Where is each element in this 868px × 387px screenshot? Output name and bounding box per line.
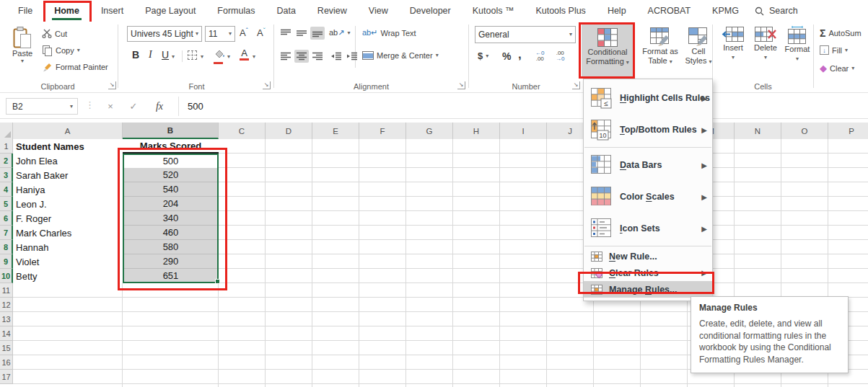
percent-button[interactable]: % <box>502 50 511 62</box>
row-header[interactable]: 15 <box>0 341 13 355</box>
cell-b8[interactable]: 580 <box>123 240 219 254</box>
cell-b10[interactable]: 651 <box>123 269 219 283</box>
row-header[interactable]: 9 <box>0 254 13 269</box>
menu-item-clear-rules[interactable]: Clear Rules ▶ <box>584 264 712 281</box>
cell-a2[interactable]: John Elea <box>13 154 123 168</box>
clipboard-dialog-launcher[interactable]: ↘ <box>108 81 116 89</box>
row-header[interactable]: 6 <box>0 211 13 226</box>
borders-button[interactable] <box>188 50 197 60</box>
cell-b3[interactable]: 520 <box>123 168 219 182</box>
row-header[interactable]: 2 <box>0 154 13 168</box>
grow-font-button[interactable]: Aˆ <box>240 27 248 38</box>
paste-button[interactable]: Paste ▾ <box>6 26 39 64</box>
tab-kutools-plus[interactable]: Kutools Plus <box>525 0 596 22</box>
enter-button[interactable]: ✓ <box>124 98 143 115</box>
cell-a10[interactable]: Betty <box>13 269 123 283</box>
cell-b5[interactable]: 204 <box>123 197 219 211</box>
cell-b4[interactable]: 540 <box>123 182 219 197</box>
fill-color-caret-icon[interactable]: ▾ <box>227 54 230 60</box>
alignment-dialog-launcher[interactable]: ↘ <box>457 81 465 89</box>
tab-kutools[interactable]: Kutools ™ <box>462 0 525 22</box>
cell-b9[interactable]: 290 <box>123 254 219 269</box>
italic-button[interactable]: I <box>149 49 152 61</box>
cut-button[interactable]: Cut <box>42 29 67 38</box>
cancel-button[interactable]: × <box>101 98 120 115</box>
row-header[interactable]: 16 <box>0 355 13 370</box>
font-size-combobox[interactable]: 11 ▾ <box>205 26 235 42</box>
cell-a7[interactable]: Mark Charles <box>13 226 123 240</box>
tab-review[interactable]: Review <box>307 0 358 22</box>
row-header[interactable]: 1 <box>0 139 13 154</box>
menu-item-highlight-cells-rules[interactable]: ≤ Highlight Cells Rules ▶ <box>584 82 712 114</box>
row-header[interactable]: 8 <box>0 240 13 254</box>
font-color-button[interactable]: A <box>240 48 249 61</box>
cell-a6[interactable]: F. Roger <box>13 211 123 226</box>
increase-indent-button[interactable] <box>345 50 359 63</box>
decrease-decimal-button[interactable]: .00 →0 <box>556 50 564 62</box>
currency-button[interactable]: $ ▾ <box>478 50 488 61</box>
col-header-d[interactable]: D <box>266 123 312 139</box>
align-top-button[interactable] <box>279 27 293 40</box>
col-header-p[interactable]: P <box>828 123 868 139</box>
formula-bar-grip[interactable]: ⋮ <box>85 99 95 110</box>
font-dialog-launcher[interactable]: ↘ <box>263 81 271 89</box>
copy-button[interactable]: Copy ▾ <box>42 45 80 56</box>
tab-developer[interactable]: Developer <box>399 0 462 22</box>
row-header[interactable]: 3 <box>0 168 13 182</box>
underline-button[interactable]: U <box>162 49 169 61</box>
tab-view[interactable]: View <box>358 0 399 22</box>
col-header-f[interactable]: F <box>359 123 406 139</box>
row-header[interactable]: 14 <box>0 326 13 341</box>
tab-page-layout[interactable]: Page Layout <box>134 0 206 22</box>
row-header[interactable]: 12 <box>0 298 13 312</box>
col-header-e[interactable]: E <box>312 123 359 139</box>
align-left-button[interactable] <box>279 50 293 63</box>
row-header[interactable]: 11 <box>0 283 13 298</box>
format-cells-button[interactable]: Format ▾ <box>782 26 812 62</box>
col-header-g[interactable]: G <box>406 123 453 139</box>
delete-cells-button[interactable]: Delete ▾ <box>750 26 781 61</box>
decrease-indent-button[interactable] <box>329 50 343 63</box>
row-header[interactable]: 10 <box>0 269 13 283</box>
row-header[interactable]: 13 <box>0 312 13 326</box>
col-header-h[interactable]: H <box>453 123 500 139</box>
tab-kpmg[interactable]: KPMG <box>701 0 750 22</box>
align-right-button[interactable] <box>310 50 325 63</box>
align-center-button[interactable] <box>294 50 309 63</box>
col-header-a[interactable]: A <box>13 123 123 139</box>
number-format-combobox[interactable]: General ▾ <box>475 26 576 43</box>
col-header-n[interactable]: N <box>735 123 781 139</box>
tab-insert[interactable]: Insert <box>90 0 134 22</box>
format-as-table-button[interactable]: Format as Table ▾ <box>638 25 683 66</box>
fill-button[interactable]: ↓ Fill ▾ <box>820 45 848 55</box>
font-name-combobox[interactable]: Univers 45 Light ▾ <box>127 26 202 42</box>
name-box[interactable]: B2 ▾ <box>6 98 78 115</box>
menu-item-manage-rules[interactable]: Manage Rules... <box>584 281 712 298</box>
menu-item-new-rule[interactable]: New Rule... <box>584 248 712 264</box>
tab-help[interactable]: Help <box>597 0 637 22</box>
formula-input[interactable]: 500 <box>188 94 203 119</box>
bold-button[interactable]: B <box>132 49 139 61</box>
search-box[interactable]: Search <box>755 0 798 22</box>
cell-a3[interactable]: Sarah Baker <box>13 168 123 182</box>
tab-file[interactable]: File <box>7 0 43 22</box>
row-header[interactable]: 4 <box>0 182 13 197</box>
tab-acrobat[interactable]: ACROBAT <box>637 0 702 22</box>
row-header[interactable]: 7 <box>0 226 13 240</box>
cell-b2-active[interactable]: 500 <box>123 154 219 168</box>
merge-center-button[interactable]: Merge & Center ▾ <box>362 51 439 60</box>
cell-a1[interactable]: Student Names <box>13 139 123 154</box>
wrap-text-button[interactable]: ab↵ Wrap Text <box>362 28 416 37</box>
fill-color-button[interactable] <box>214 48 225 64</box>
orientation-button[interactable]: ab↗ ▾ <box>329 28 350 37</box>
insert-cells-button[interactable]: Insert ▾ <box>719 26 748 61</box>
tab-formulas[interactable]: Formulas <box>206 0 266 22</box>
autosum-button[interactable]: Σ AutoSum <box>820 27 862 39</box>
insert-function-button[interactable]: fx <box>150 98 169 115</box>
format-painter-button[interactable]: Format Painter <box>42 61 108 72</box>
menu-item-top-bottom-rules[interactable]: 10 Top/Bottom Rules ▶ <box>584 114 712 146</box>
row-header[interactable]: 17 <box>0 370 13 384</box>
fill-handle[interactable] <box>215 279 220 284</box>
cell-styles-button[interactable]: Cell Styles ▾ <box>684 25 713 66</box>
borders-caret-icon[interactable]: ▾ <box>201 54 203 60</box>
